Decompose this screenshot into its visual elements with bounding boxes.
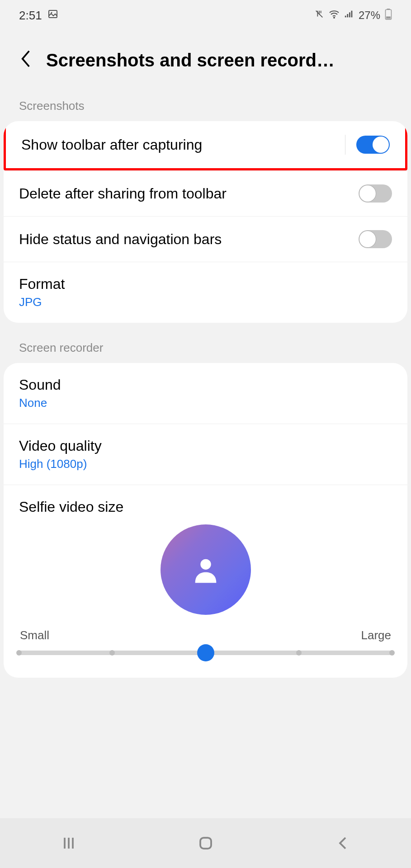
screenshots-card: Show toolbar after capturing Delete afte… bbox=[4, 121, 407, 323]
svg-point-2 bbox=[334, 17, 335, 18]
wifi-icon bbox=[329, 9, 340, 22]
toggle-separator bbox=[345, 135, 345, 155]
show-toolbar-toggle[interactable] bbox=[356, 136, 390, 154]
slider-max-label: Large bbox=[361, 628, 392, 642]
selfie-avatar-preview bbox=[161, 524, 251, 615]
svg-rect-4 bbox=[347, 14, 348, 17]
svg-rect-3 bbox=[345, 16, 346, 18]
navigation-bar bbox=[0, 818, 411, 868]
show-toolbar-label: Show toolbar after capturing bbox=[21, 137, 202, 153]
svg-point-1 bbox=[51, 12, 52, 13]
page-title: Screenshots and screen record… bbox=[46, 50, 392, 71]
status-left: 2:51 bbox=[19, 9, 58, 23]
delete-after-sharing-toggle[interactable] bbox=[359, 184, 392, 203]
video-quality-label: Video quality bbox=[19, 438, 102, 454]
setting-selfie-size: Selfie video size Small Large bbox=[4, 485, 407, 678]
slider-labels: Small Large bbox=[19, 628, 392, 642]
status-time: 2:51 bbox=[19, 9, 42, 23]
battery-icon bbox=[385, 8, 392, 23]
slider-min-label: Small bbox=[20, 628, 49, 642]
nav-back-button[interactable] bbox=[335, 835, 351, 851]
setting-hide-bars[interactable]: Hide status and navigation bars bbox=[4, 216, 407, 262]
vibrate-icon bbox=[314, 9, 324, 22]
setting-delete-after-sharing[interactable]: Delete after sharing from toolbar bbox=[4, 170, 407, 216]
format-value: JPG bbox=[19, 295, 65, 309]
sound-label: Sound bbox=[19, 377, 61, 393]
selfie-size-label: Selfie video size bbox=[19, 499, 392, 515]
nav-recents-button[interactable] bbox=[61, 835, 77, 851]
selfie-size-slider[interactable] bbox=[19, 651, 392, 655]
video-quality-value: High (1080p) bbox=[19, 457, 102, 471]
header: Screenshots and screen record… bbox=[0, 27, 411, 90]
hide-bars-toggle[interactable] bbox=[359, 230, 392, 248]
image-icon bbox=[47, 9, 58, 23]
section-screen-recorder-label: Screen recorder bbox=[0, 332, 411, 363]
nav-home-button[interactable] bbox=[198, 835, 214, 851]
delete-after-sharing-label: Delete after sharing from toolbar bbox=[19, 185, 227, 202]
setting-sound[interactable]: Sound None bbox=[4, 363, 407, 424]
svg-rect-8 bbox=[387, 9, 390, 9]
setting-format[interactable]: Format JPG bbox=[4, 262, 407, 323]
status-bar: 2:51 27% bbox=[0, 0, 411, 27]
signal-icon bbox=[344, 9, 354, 22]
battery-percent: 27% bbox=[359, 9, 380, 22]
hide-bars-label: Hide status and navigation bars bbox=[19, 231, 222, 248]
svg-rect-6 bbox=[351, 11, 353, 18]
sound-value: None bbox=[19, 396, 61, 410]
svg-rect-14 bbox=[200, 838, 211, 849]
screen-recorder-card: Sound None Video quality High (1080p) Se… bbox=[4, 363, 407, 678]
person-icon bbox=[190, 554, 222, 585]
setting-video-quality[interactable]: Video quality High (1080p) bbox=[4, 424, 407, 485]
slider-thumb[interactable] bbox=[197, 644, 214, 661]
format-label: Format bbox=[19, 276, 65, 292]
status-right: 27% bbox=[314, 8, 392, 23]
svg-rect-5 bbox=[349, 12, 350, 17]
svg-rect-9 bbox=[386, 16, 391, 19]
setting-show-toolbar[interactable]: Show toolbar after capturing bbox=[4, 121, 407, 170]
svg-point-10 bbox=[200, 559, 211, 570]
section-screenshots-label: Screenshots bbox=[0, 90, 411, 121]
back-button[interactable] bbox=[19, 49, 33, 72]
